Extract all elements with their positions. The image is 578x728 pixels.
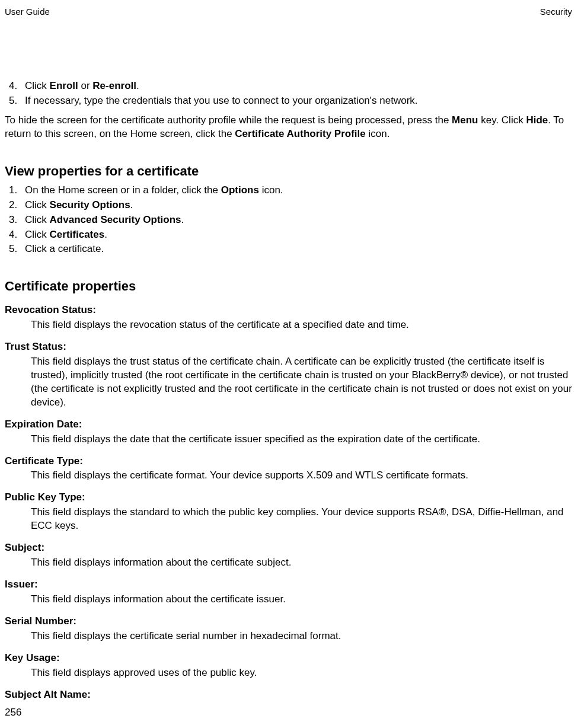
definition-term: Serial Number: — [5, 615, 573, 628]
definition-item: Issuer:This field displays information a… — [5, 578, 573, 606]
definition-item: Public Key Type:This field displays the … — [5, 491, 573, 533]
list-item: If necessary, type the credentials that … — [20, 94, 573, 108]
header-left: User Guide — [5, 6, 50, 18]
definition-term: Key Usage: — [5, 652, 573, 665]
list-item: On the Home screen or in a folder, click… — [20, 184, 573, 197]
definition-description: This field displays the revocation statu… — [31, 318, 573, 332]
list-item: Click Enroll or Re-enroll. — [20, 79, 573, 93]
definition-description: This field displays the trust status of … — [31, 355, 573, 410]
definition-description: This field displays information about th… — [31, 593, 573, 606]
definition-item: Expiration Date:This field displays the … — [5, 418, 573, 446]
section-title-view-properties: View properties for a certificate — [5, 162, 573, 180]
definition-description: This field displays the date that the ce… — [31, 433, 573, 446]
definition-item: Certificate Type:This field displays the… — [5, 455, 573, 483]
list-item: Click Security Options. — [20, 199, 573, 212]
hide-label: Hide — [526, 114, 548, 126]
definition-item: Key Usage:This field displays approved u… — [5, 652, 573, 680]
definition-item: Subject:This field displays information … — [5, 541, 573, 570]
section-title-cert-properties: Certificate properties — [5, 277, 573, 295]
definition-term: Expiration Date: — [5, 418, 573, 432]
definition-list: Revocation Status:This field displays th… — [5, 304, 573, 702]
definition-term: Revocation Status: — [5, 304, 573, 317]
note-text: icon. — [366, 128, 390, 139]
definition-term: Subject: — [5, 541, 573, 555]
definition-item: Subject Alt Name: — [5, 688, 573, 702]
menu-key-label: Menu — [452, 114, 478, 126]
step-list-enroll: Click Enroll or Re-enroll.If necessary, … — [5, 79, 573, 108]
definition-description: This field displays the certificate seri… — [31, 630, 573, 643]
note-text: To hide the screen for the certificate a… — [5, 114, 452, 126]
definition-description: This field displays the standard to whic… — [31, 506, 573, 533]
definition-term: Issuer: — [5, 578, 573, 592]
definition-term: Certificate Type: — [5, 455, 573, 468]
definition-description: This field displays the certificate form… — [31, 469, 573, 483]
definition-item: Serial Number:This field displays the ce… — [5, 615, 573, 643]
header-right: Security — [540, 6, 572, 18]
definition-term: Subject Alt Name: — [5, 688, 573, 702]
note-text: key. Click — [478, 114, 526, 126]
definition-term: Trust Status: — [5, 340, 573, 354]
definition-item: Revocation Status:This field displays th… — [5, 304, 573, 332]
page-number: 256 — [5, 706, 21, 720]
list-item: Click Certificates. — [20, 228, 573, 242]
page-content: Click Enroll or Re-enroll.If necessary, … — [5, 20, 573, 701]
hide-screen-note: To hide the screen for the certificate a… — [5, 114, 573, 141]
list-item: Click a certificate. — [20, 242, 573, 256]
definition-description: This field displays approved uses of the… — [31, 666, 573, 680]
page-header: User Guide Security — [5, 6, 573, 20]
definition-item: Trust Status:This field displays the tru… — [5, 340, 573, 410]
definition-description: This field displays information about th… — [31, 556, 573, 570]
step-list-view-properties: On the Home screen or in a folder, click… — [5, 184, 573, 257]
list-item: Click Advanced Security Options. — [20, 213, 573, 227]
cert-auth-profile-label: Certificate Authority Profile — [235, 128, 365, 139]
definition-term: Public Key Type: — [5, 491, 573, 505]
